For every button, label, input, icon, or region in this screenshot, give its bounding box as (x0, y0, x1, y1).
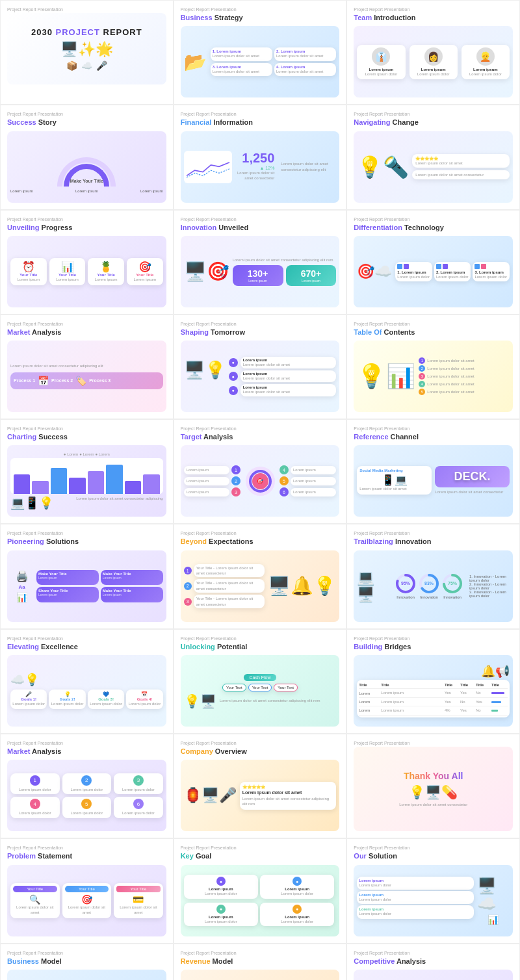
slide-preview: Lorem ipsum dolor sit amet consectetur a… (7, 341, 166, 412)
slide-financial-information[interactable]: Project Report Presentation Financial In… (174, 105, 347, 209)
slide-preview: 1 Your Title - Lorem ipsum dolor sit ame… (181, 550, 340, 622)
slide-building-bridges[interactable]: Project Report Presentation Building Bri… (346, 629, 520, 734)
slide-preview: Lorem ipsum Lorem ipsum dolor Lorem ipsu… (354, 865, 513, 936)
slide-differentiation-technology[interactable]: Project Report Presentation Differentiat… (346, 210, 520, 315)
slides-grid: Project Report Presentation 2030 PROJECT… (0, 0, 520, 980)
slide-cover[interactable]: Project Report Presentation 2030 PROJECT… (0, 0, 174, 105)
slide-shaping-tomorrow[interactable]: Project Report Presentation Shaping Tomo… (174, 315, 347, 419)
slide-preview: 📂 1. Lorem ipsum Lorem ipsum dolor sit a… (181, 26, 340, 97)
slide-preview: 1 Lorem ipsum dolor 2 Lorem ipsum dolor … (7, 760, 166, 831)
slide-preview: 💻🖥️ 95% Innovation (354, 550, 513, 622)
slide-preview: 🔔📢 Title Title Title Title Title Title L… (354, 655, 513, 727)
slide-charting-success[interactable]: Project Report Presentation Charting Suc… (0, 419, 174, 524)
slide-preview: 2030 PROJECT REPORT 🖥️✨🌟 📦 ☁️ 🎤 (7, 13, 166, 84)
slide-pioneering-solutions[interactable]: Project Report Presentation Pioneering S… (0, 524, 174, 628)
slide-preview: Thank You All 💡🖥️💊 Lorem ipsum dolor sit… (354, 747, 513, 831)
slide-unveiling-progress[interactable]: Project Report Presentation Unveiling Pr… (0, 210, 174, 315)
slide-competitive-analysis[interactable]: Project Report Presentation Competitive … (346, 944, 520, 980)
slide-preview: Social Media Marketing 📱💻 Lorem ipsum do… (354, 445, 513, 517)
slide-unlocking-potential[interactable]: Project Report Presentation Unlocking Po… (174, 629, 347, 734)
slide-preview: 👔 Lorem ipsum Lorem ipsum dolor 👩 Lorem … (354, 26, 513, 97)
slide-trailblazing-innovation[interactable]: Project Report Presentation Trailblazing… (346, 524, 520, 628)
slide-table-of-contents[interactable]: Project Report Presentation Table Of Con… (346, 315, 520, 419)
slide-preview: 🖥️🎯 Lorem ipsum dolor sit amet consectet… (181, 236, 340, 307)
slide-preview: Lorem ipsum 1 Lorem ipsum 2 Lorem ipsum (181, 445, 340, 517)
slide-market-analysis-1[interactable]: Project Report Presentation Market Analy… (0, 315, 174, 419)
slide-preview: ⏰ Your Title Lorem ipsum 📊 Your Title Lo… (7, 236, 166, 307)
slide-preview: Make Your Title Lorem ipsum Lorem ipsum … (7, 131, 166, 203)
slide-success-story[interactable]: Project Report Presentation Success Stor… (0, 105, 174, 209)
slide-target-analysis[interactable]: Project Report Presentation Target Analy… (174, 419, 347, 524)
slide-preview: 🚀💡 Insert Your Title Lorem ipsum Insert … (7, 970, 166, 980)
slide-team-introduction[interactable]: Project Report Presentation Team Introdu… (346, 0, 520, 105)
slide-innovation-unveiled[interactable]: Project Report Presentation Innovation U… (174, 210, 347, 315)
slide-preview: 🖥️💡 ● Lorem ipsum Lorem ipsum dolor sit … (181, 341, 340, 412)
slide-our-solution[interactable]: Project Report Presentation Our Solution… (346, 838, 520, 943)
slide-company-overview[interactable]: Project Report Presentation Company Over… (174, 734, 347, 838)
slide-navigating-change[interactable]: Project Report Presentation Navigating C… (346, 105, 520, 209)
slide-problem-statement[interactable]: Project Report Presentation Problem Stat… (0, 838, 174, 943)
slide-key-goal[interactable]: Project Report Presentation Key Goal ● L… (174, 838, 347, 943)
slide-preview: ● Lorem● Lorem● Lorem 💻📱💡 Lorem ipsum do… (7, 445, 166, 517)
slide-preview: Toothie Preference ☁️ ⏰ 📚 Lorem ipsum do… (354, 970, 513, 980)
slide-preview: 🎯☁️ 1. Lorem ipsum Lorem ipsum dolor (354, 236, 513, 307)
slide-preview: 1,250 ▲ 12% Lorem ipsum dolor sit amet c… (181, 131, 340, 203)
slide-thank-you[interactable]: Project Report Presentation Thank You Al… (346, 734, 520, 838)
slide-preview: 🏮🖥️🎤 ⭐⭐⭐⭐⭐ Lorem ipsum dolor sit amet Lo… (181, 760, 340, 831)
slide-beyond-expectations[interactable]: Project Report Presentation Beyond Expec… (174, 524, 347, 628)
slide-reference-channel[interactable]: Project Report Presentation Reference Ch… (346, 419, 520, 524)
slide-preview: 🖨️ Aa 📊 Make Your Title Lorem ipsum Make… (7, 550, 166, 622)
slide-business-model[interactable]: Project Report Presentation Business Mod… (0, 944, 174, 980)
slide-preview: ● Lorem ipsum Lorem ipsum dolor ● Lorem … (181, 865, 340, 936)
slide-preview: ☁️💡 🎤 Goals 1! Lorem ipsum dolor 💡 Goals… (7, 655, 166, 727)
slide-preview: 💡📊 1 Lorem ipsum dolor sit amet 2 Lorem … (354, 341, 513, 412)
slide-market-analysis-2[interactable]: Project Report Presentation Market Analy… (0, 734, 174, 838)
slide-preview: Cash Flow Your Text Your Text Your Text … (181, 655, 340, 727)
slide-elevating-excellence[interactable]: Project Report Presentation Elevating Ex… (0, 629, 174, 734)
slide-revenue-model[interactable]: Project Report Presentation Revenue Mode… (174, 944, 347, 980)
slide-business-strategy[interactable]: Project Report Presentation Business Str… (174, 0, 347, 105)
slide-preview: 💡🔦 ⭐⭐⭐⭐⭐ Lorem ipsum dolor sit amet Lore… (354, 131, 513, 203)
slide-preview: Your Title 🔍 Lorem ipsum dolor sit amet … (7, 865, 166, 936)
slide-preview: 🖥️💡 Lorem ipsum dolor sit amet Lorem ips… (181, 970, 340, 980)
